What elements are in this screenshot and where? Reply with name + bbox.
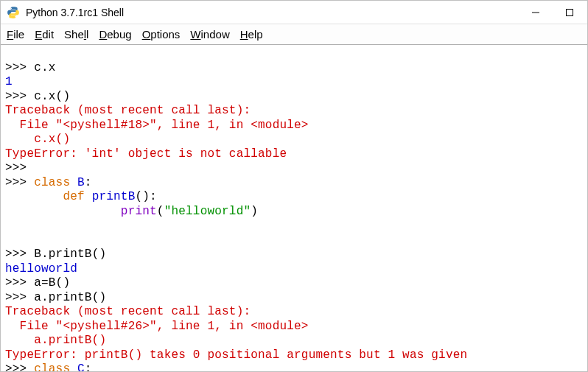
code-line: (): (135, 190, 156, 203)
svg-rect-3 (567, 9, 573, 15)
code-line: B.printB() (34, 248, 106, 261)
string-literal: "helloworld" (164, 205, 251, 218)
menu-window[interactable]: Window (190, 28, 229, 41)
code-line: c.x (34, 61, 55, 74)
code-line: : (85, 362, 92, 372)
menubar: File Edit Shell Debug Options Window Hel… (1, 24, 587, 45)
keyword: def (63, 190, 84, 203)
menu-file[interactable]: File (7, 28, 24, 41)
traceback-line: a.printB() (5, 334, 106, 347)
code-line: a=B() (34, 276, 70, 289)
menu-debug[interactable]: Debug (99, 28, 131, 41)
prompt: >>> (5, 161, 27, 175)
indent (5, 190, 63, 203)
window-controls (528, 5, 584, 20)
indent (5, 205, 121, 218)
traceback-line: File "<pyshell#26>", line 1, in <module> (5, 320, 309, 333)
menu-shell[interactable]: Shell (64, 28, 88, 41)
traceback-line: c.x() (5, 133, 70, 146)
output-line: helloworld (5, 262, 77, 276)
prompt: >>> (5, 248, 34, 261)
func-name: printB (85, 190, 136, 203)
code-line: : (85, 176, 92, 189)
prompt: >>> (5, 291, 34, 304)
prompt: >>> (5, 276, 34, 289)
maximize-button[interactable] (562, 5, 577, 20)
menu-edit[interactable]: Edit (35, 28, 54, 41)
prompt: >>> (5, 176, 34, 189)
traceback-line: File "<pyshell#18>", line 1, in <module> (5, 119, 309, 132)
prompt: >>> (5, 61, 34, 74)
shell-output-area[interactable]: >>> c.x 1 >>> c.x() Traceback (most rece… (1, 45, 587, 372)
keyword: class (34, 362, 70, 372)
prompt: >>> (5, 362, 34, 372)
error-line: TypeError: printB() takes 0 positional a… (5, 348, 467, 362)
class-name: C (70, 362, 85, 372)
keyword: class (34, 176, 70, 189)
blank-line (5, 234, 63, 247)
menu-options[interactable]: Options (142, 28, 181, 41)
window-title: Python 3.7.1rc1 Shell (26, 7, 124, 18)
output-line: 1 (5, 75, 13, 88)
svg-point-0 (10, 7, 11, 8)
menu-help[interactable]: Help (240, 28, 263, 41)
titlebar: Python 3.7.1rc1 Shell (1, 1, 587, 24)
traceback-line: Traceback (most recent call last): (5, 305, 251, 318)
prompt: >>> (5, 90, 34, 103)
code-line: c.x() (34, 90, 70, 103)
code-line: ) (251, 205, 258, 218)
python-icon (7, 6, 20, 19)
code-line: a.printB() (34, 291, 106, 304)
class-name: B (70, 176, 85, 189)
traceback-line: Traceback (most recent call last): (5, 104, 251, 117)
error-line: TypeError: 'int' object is not callable (5, 147, 287, 161)
builtin: print (121, 205, 157, 218)
svg-point-1 (15, 15, 15, 16)
minimize-button[interactable] (528, 5, 543, 20)
code-line: ( (157, 205, 164, 218)
